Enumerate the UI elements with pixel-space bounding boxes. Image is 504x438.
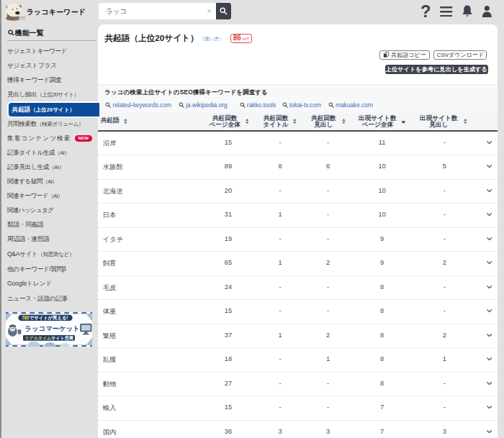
svg-text:リアルタイムサイト売買: リアルタイムサイト売買	[24, 335, 73, 341]
svg-text:ラッコマーケット: ラッコマーケット	[24, 325, 80, 332]
svg-text:5秒でサイトが買える!: 5秒でサイトが買える!	[22, 315, 68, 321]
